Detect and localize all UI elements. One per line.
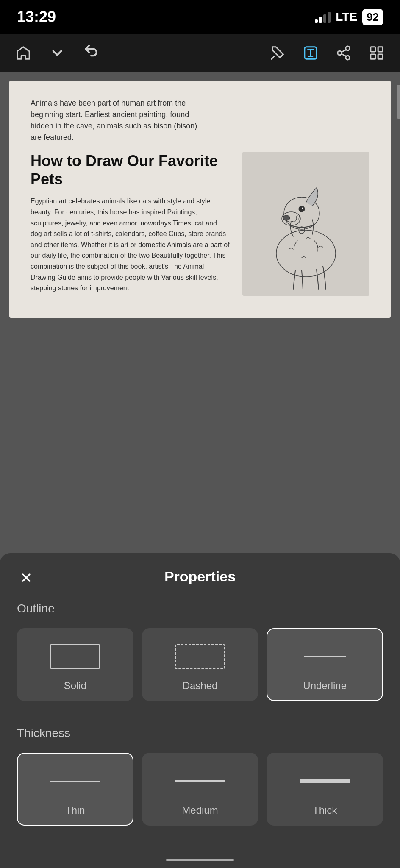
undo-button[interactable] — [76, 38, 106, 68]
svg-rect-5 — [378, 47, 383, 52]
sheet-header: Properties — [0, 553, 400, 593]
svg-rect-4 — [371, 47, 375, 52]
svg-point-1 — [346, 46, 350, 50]
svg-point-3 — [346, 56, 350, 60]
dog-sketch-svg — [247, 156, 365, 292]
page-content: How to Draw Our Favorite Pets Egyptian a… — [31, 152, 369, 296]
status-time: 13:29 — [17, 8, 56, 26]
svg-point-13 — [302, 207, 303, 209]
text-format-button[interactable] — [296, 38, 325, 68]
right-edge-handle — [397, 85, 400, 119]
page-intro: Animals have been part of human art from… — [31, 97, 208, 143]
solid-label: Solid — [64, 680, 86, 692]
svg-point-11 — [283, 215, 290, 220]
svg-point-8 — [276, 230, 336, 277]
document-page: Animals have been part of human art from… — [9, 81, 391, 318]
dashed-preview — [151, 642, 249, 671]
page-text: How to Draw Our Favorite Pets Egyptian a… — [31, 152, 230, 294]
thick-line-icon — [300, 779, 350, 783]
dropdown-button[interactable] — [42, 38, 72, 68]
thick-label: Thick — [313, 804, 337, 816]
svg-point-12 — [299, 206, 305, 212]
solid-box-icon — [50, 644, 100, 669]
outline-section-title: Outline — [0, 593, 400, 628]
status-right: LTE 92 — [315, 9, 383, 25]
home-indicator — [166, 859, 234, 861]
dashed-label: Dashed — [183, 680, 218, 692]
share-button[interactable] — [329, 38, 358, 68]
toolbar — [0, 34, 400, 72]
underline-icon — [304, 656, 346, 657]
medium-preview — [151, 766, 249, 796]
page-body: Egyptian art celebrates animals like cat… — [31, 196, 230, 293]
thick-preview — [276, 766, 374, 796]
thickness-section: Thickness Thin Medium Thick — [0, 718, 400, 843]
thickness-thin-option[interactable]: Thin — [17, 753, 133, 826]
outline-options-row: Solid Dashed Underline — [0, 628, 400, 718]
dashed-box-icon — [175, 644, 225, 669]
svg-rect-6 — [371, 54, 375, 59]
solid-preview — [26, 642, 124, 671]
thin-label: Thin — [65, 804, 85, 816]
more-button[interactable] — [362, 38, 392, 68]
sheet-title: Properties — [164, 568, 236, 585]
thickness-medium-option[interactable]: Medium — [142, 753, 258, 826]
page-title: How to Draw Our Favorite Pets — [31, 152, 230, 188]
medium-line-icon — [175, 780, 225, 782]
lte-label: LTE — [336, 10, 357, 24]
battery-indicator: 92 — [362, 9, 383, 25]
highlighter-button[interactable] — [263, 38, 292, 68]
medium-label: Medium — [182, 804, 218, 816]
outline-underline-option[interactable]: Underline — [267, 628, 383, 701]
outline-section: Outline Solid Dashed Underli — [0, 593, 400, 718]
thin-preview — [26, 766, 124, 796]
svg-point-2 — [338, 51, 342, 55]
properties-bottom-sheet: Properties Outline Solid Dashed — [0, 553, 400, 868]
status-bar: 13:29 LTE 92 — [0, 0, 400, 34]
toolbar-right — [263, 38, 392, 68]
thickness-options-row: Thin Medium Thick — [0, 753, 400, 843]
underline-label: Underline — [303, 680, 347, 692]
outline-solid-option[interactable]: Solid — [17, 628, 133, 701]
thin-line-icon — [50, 781, 100, 782]
home-button[interactable] — [8, 38, 38, 68]
close-button[interactable] — [17, 568, 36, 587]
outline-dashed-option[interactable]: Dashed — [142, 628, 258, 701]
signal-icon — [315, 11, 331, 23]
dog-illustration — [242, 152, 369, 296]
thickness-thick-option[interactable]: Thick — [267, 753, 383, 826]
battery-level: 92 — [367, 11, 379, 24]
underline-preview — [276, 642, 374, 671]
thickness-section-title: Thickness — [0, 718, 400, 753]
svg-rect-7 — [378, 54, 383, 59]
